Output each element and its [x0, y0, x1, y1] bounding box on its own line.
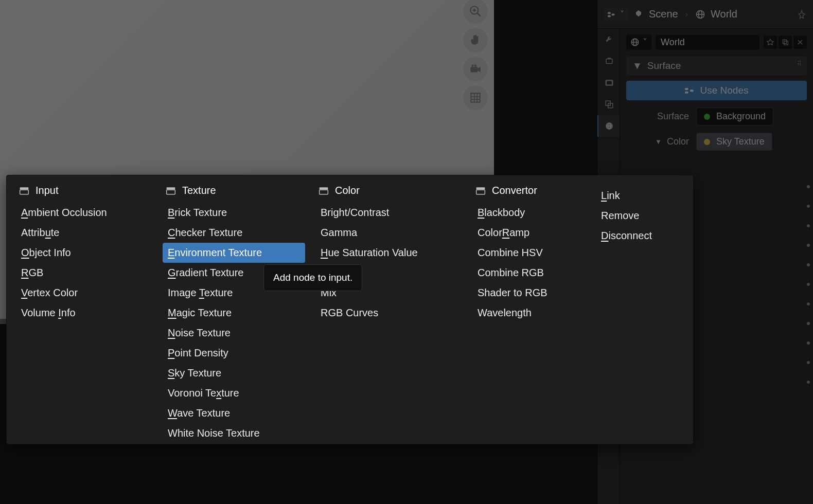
menu-item[interactable]: Wave Texture — [163, 403, 305, 423]
menu-header-convertor: Convertor — [472, 181, 586, 201]
svg-rect-41 — [320, 187, 328, 189]
menu-item[interactable]: Checker Texture — [163, 223, 305, 243]
menu-item[interactable]: Attribute — [16, 223, 152, 243]
menu-item[interactable]: Remove — [596, 206, 673, 226]
menu-header-color: Color — [315, 181, 462, 201]
menu-item[interactable]: Disconnect — [596, 226, 673, 246]
menu-column-convertor: Convertor BlackbodyColorRampCombine HSVC… — [467, 181, 591, 443]
svg-rect-40 — [167, 190, 175, 194]
menu-column-color: Color Bright/ContrastGammaHue Saturation… — [310, 181, 467, 443]
menu-header-input: Input — [16, 181, 152, 201]
menu-item[interactable]: Sky Texture — [163, 363, 305, 383]
menu-item[interactable]: Brick Texture — [163, 203, 305, 223]
menu-item[interactable]: RGB Curves — [315, 303, 462, 323]
menu-column-input: Input Ambient OcclusionAttributeObject I… — [11, 181, 157, 443]
menu-item[interactable]: Environment Texture — [163, 243, 305, 263]
menu-item[interactable]: Hue Saturation Value — [315, 243, 462, 263]
node-icon — [166, 186, 176, 195]
svg-rect-42 — [320, 190, 328, 194]
node-icon — [475, 186, 486, 195]
tooltip: Add node to input. — [263, 264, 362, 291]
menu-item[interactable]: Point Density — [163, 343, 305, 363]
menu-item[interactable]: Voronoi Texture — [163, 383, 305, 403]
menu-item[interactable]: RGB — [16, 263, 152, 283]
menu-item[interactable]: Noise Texture — [163, 323, 305, 343]
menu-item[interactable]: Bright/Contrast — [315, 203, 462, 223]
svg-rect-37 — [20, 187, 29, 189]
menu-header-texture: Texture — [163, 181, 305, 201]
menu-item[interactable]: White Noise Texture — [163, 423, 305, 443]
menu-item[interactable]: Shader to RGB — [472, 283, 586, 303]
menu-item[interactable]: Vertex Color — [16, 283, 152, 303]
node-icon — [319, 186, 329, 195]
menu-item[interactable]: Combine HSV — [472, 243, 586, 263]
menu-header-convertor-label: Convertor — [492, 185, 537, 196]
menu-item[interactable]: ColorRamp — [472, 223, 586, 243]
node-icon — [19, 186, 29, 195]
menu-item[interactable]: Object Info — [16, 243, 152, 263]
menu-item[interactable]: Wavelength — [472, 303, 586, 323]
add-node-menu: Input Ambient OcclusionAttributeObject I… — [6, 175, 694, 444]
svg-rect-38 — [20, 190, 29, 194]
menu-item[interactable]: Combine RGB — [472, 263, 586, 283]
menu-item[interactable]: Volume Info — [16, 303, 152, 323]
menu-item[interactable]: Gamma — [315, 223, 462, 243]
menu-column-texture: Texture Brick TextureChecker TextureEnvi… — [157, 181, 310, 443]
tooltip-text: Add node to input. — [273, 272, 352, 283]
svg-rect-44 — [476, 190, 485, 194]
menu-item[interactable]: Magic Texture — [163, 303, 305, 323]
svg-rect-39 — [167, 187, 175, 189]
menu-column-link: LinkRemoveDisconnect — [591, 181, 678, 443]
menu-header-texture-label: Texture — [182, 185, 216, 196]
svg-rect-43 — [476, 187, 485, 189]
menu-item[interactable]: Ambient Occlusion — [16, 203, 152, 223]
menu-item[interactable]: Link — [596, 186, 673, 206]
menu-header-input-label: Input — [36, 185, 58, 196]
menu-item[interactable]: Blackbody — [472, 203, 586, 223]
menu-header-color-label: Color — [335, 185, 360, 196]
